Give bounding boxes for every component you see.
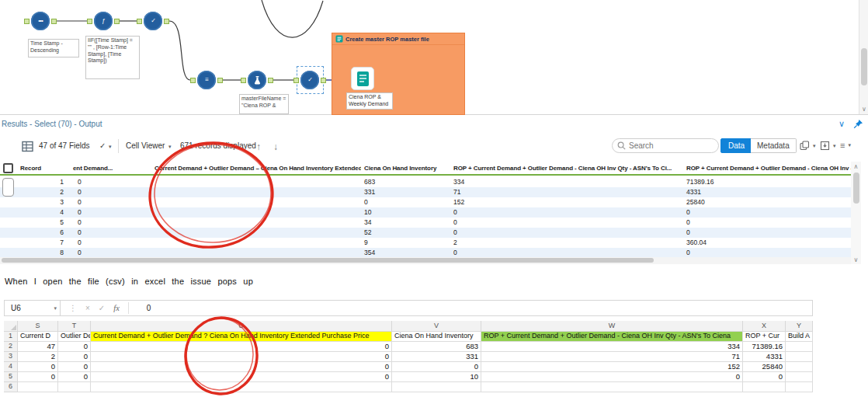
table-cell[interactable]: 0 [70,228,151,238]
menu-button[interactable]: ≡ ▾ [840,141,851,150]
excel-column-letter[interactable]: Y [786,321,813,332]
table-cell[interactable]: 152 [450,197,683,207]
excel-row-number[interactable]: 6 [4,382,18,392]
table-cell[interactable]: 52 [361,228,450,238]
select-all-icon[interactable] [3,163,13,173]
table-cell[interactable]: 0 [450,218,683,228]
table-cell[interactable]: 0 [70,197,151,207]
excel-cell[interactable]: 331 [392,352,481,362]
table-cell[interactable]: 0 [361,197,450,207]
excel-cell[interactable]: 25840 [743,362,786,372]
record-number[interactable]: 5 [17,218,70,228]
table-cell[interactable]: 0 [683,207,851,218]
excel-row-number[interactable]: 4 [4,362,18,372]
table-view-icon[interactable] [22,141,33,155]
column-header[interactable]: ROP + Current Demand + Outlier Demand - … [683,162,851,174]
formula-input[interactable]: 0 [147,304,151,312]
excel-cell[interactable]: 71 [481,352,743,362]
excel-cell[interactable]: 334 [481,342,743,352]
table-cell[interactable]: 0 [70,238,151,248]
copy-button[interactable]: ▾ [800,141,816,151]
excel-cell[interactable]: 152 [481,362,743,372]
excel-cell[interactable]: 2 [18,352,58,362]
table-cell[interactable]: 360.04 [683,238,851,248]
excel-cell[interactable] [18,382,58,392]
column-header[interactable]: Current Demand + Outlier Demand – Ciena … [151,162,361,174]
column-header[interactable]: Record [17,162,70,174]
excel-cell[interactable]: Outlier De [58,332,91,342]
table-cell[interactable] [151,228,361,238]
table-cell[interactable] [151,218,361,228]
excel-cell[interactable]: 0 [58,362,91,372]
tool-union[interactable]: ≡ [197,71,216,89]
table-row[interactable]: 20331714331 [0,187,851,197]
record-number[interactable]: 3 [17,197,70,207]
table-cell[interactable]: 71 [450,187,683,197]
excel-cell[interactable]: 0 [481,372,743,382]
excel-cell[interactable] [91,382,392,392]
canvas-vertical-scrollbar[interactable]: ∨ [859,0,868,114]
excel-row-number[interactable]: 2 [4,342,18,352]
table-cell[interactable]: 34 [361,218,450,228]
alteryx-workflow-canvas[interactable]: ••• ƒ ✓ ≡ ✓ Time Stamp - Descending IIF(… [0,0,868,115]
results-vertical-scrollbar[interactable]: ∧ ∨ [851,162,861,264]
fields-summary-dropdown[interactable]: 47 of 47 Fields [39,141,90,150]
excel-cell[interactable]: 0 [18,372,58,382]
insert-function-icon[interactable]: fx [113,304,120,312]
scroll-up-arrow[interactable]: ↑ [256,141,261,152]
excel-cell[interactable] [786,372,813,382]
container-header[interactable]: Create master ROP master file [332,33,464,45]
data-tab-button[interactable]: Data [720,138,752,153]
excel-column-letter[interactable]: V [392,321,481,332]
search-input[interactable] [629,141,710,150]
excel-cell[interactable]: 10 [392,372,481,382]
table-cell[interactable]: 2 [450,238,683,248]
table-cell[interactable]: 0 [450,207,683,218]
scroll-down-arrow[interactable]: ↓ [273,141,278,152]
excel-cell[interactable] [786,362,813,372]
table-cell[interactable]: 25840 [683,197,851,207]
cancel-icon[interactable]: × [85,304,90,312]
metadata-tab-button[interactable]: Metadata [751,138,797,153]
table-row[interactable]: 401000 [0,207,851,218]
record-number[interactable]: 1 [17,177,70,187]
table-row[interactable]: 503400 [0,218,851,228]
excel-cell[interactable]: 0 [58,342,91,352]
excel-cell[interactable]: 0 [58,352,91,362]
caret-down-icon[interactable]: ▾ [109,144,112,150]
table-cell[interactable]: 0 [450,228,683,238]
excel-cell[interactable]: 47 [18,342,58,352]
excel-column-letter[interactable]: X [743,321,786,332]
scrollbar-thumb[interactable] [861,48,867,85]
excel-row-number[interactable]: 5 [4,372,18,382]
export-button[interactable]: ▾ [820,141,836,151]
caret-down-icon[interactable]: ▾ [168,144,172,150]
table-cell[interactable]: 0 [683,218,851,228]
column-header[interactable]: ROP + Current Demand + Outlier Demand - … [450,162,683,174]
fields-check-icon[interactable]: ✓ [99,141,106,150]
table-cell[interactable]: 71389.16 [683,177,851,187]
excel-cell[interactable]: 683 [392,342,481,352]
table-row[interactable]: 7092360.04 [0,238,851,248]
table-cell[interactable]: 4331 [683,187,851,197]
excel-cell[interactable] [786,382,813,392]
excel-column-letter[interactable]: S [18,321,58,332]
enter-icon[interactable]: ✓ [99,304,105,312]
excel-column-letter[interactable]: T [58,321,91,332]
scrollbar-thumb[interactable] [2,258,654,263]
name-box[interactable]: U6 ▾ [5,301,61,315]
column-header[interactable]: Ciena On Hand Inventory [361,162,450,174]
table-cell[interactable] [151,177,361,187]
table-row[interactable]: 1068333471389.16 [0,177,851,187]
tool-select-2[interactable]: ✓ [300,71,319,89]
excel-cell[interactable]: 0 [91,362,392,372]
excel-cell[interactable]: Current Demand + Outlier Demand ? Ciena … [91,332,392,342]
excel-cell[interactable] [481,382,743,392]
search-box[interactable] [612,138,719,153]
record-number[interactable]: 6 [17,228,70,238]
table-cell[interactable] [151,238,361,248]
table-cell[interactable] [151,197,361,207]
excel-cell[interactable]: 0 [58,372,91,382]
excel-row-number[interactable]: 1 [4,332,18,342]
column-header[interactable]: ent Demand... [70,162,151,174]
